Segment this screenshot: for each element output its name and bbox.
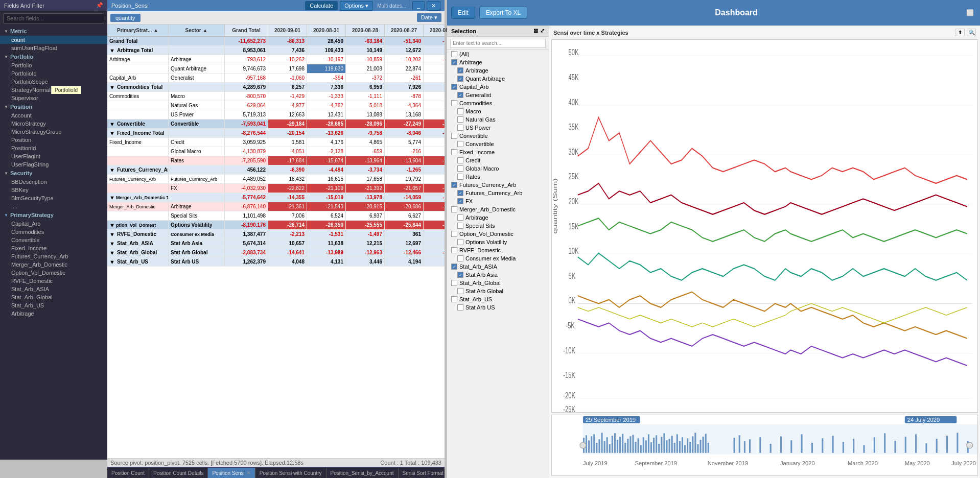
sel-checkbox-stat-arb-global-group[interactable]	[451, 280, 457, 286]
sel-checkbox-quant-arb[interactable]	[457, 76, 463, 82]
sel-item-convertible-group[interactable]: Convertible	[447, 132, 549, 140]
tab-position-count-details[interactable]: Position Count Details	[149, 468, 208, 478]
table-row[interactable]: Merger_Arb_Domestic Arbitrage -6,876,140…	[107, 202, 445, 211]
tab-close-icon[interactable]: ✕	[247, 470, 251, 475]
tree-item-portfolio[interactable]: Portfolio	[0, 61, 107, 69]
tree-item-stat-arb-global[interactable]: Stat_Arb_Global	[0, 293, 107, 301]
table-row[interactable]: Global Macro -4,130,879 -4,051 -2,128 -6…	[107, 147, 445, 156]
primarystrategy-group-header[interactable]: ▼ PrimaryStrategy	[0, 210, 107, 220]
tree-item-bbkey[interactable]: BBKey	[0, 186, 107, 194]
table-row[interactable]: ▼ption_Vol_Domest Options Volatility -8,…	[107, 221, 445, 230]
tree-item-supervisor[interactable]: Supervisor	[0, 94, 107, 102]
selection-expand-icon[interactable]: ⤢	[540, 28, 545, 34]
sel-checkbox-merger-group[interactable]	[451, 206, 457, 212]
table-row[interactable]: Rates -7,205,590 -17,684 -15,674 -13,964…	[107, 156, 445, 165]
sel-item-consumer[interactable]: Consumer ex Media	[447, 254, 549, 262]
table-row[interactable]: US Power 5,719,313 12,663 13,431 13,088 …	[107, 110, 445, 119]
export-to-xl-button[interactable]: Export To XL	[479, 7, 527, 19]
col-header-sector[interactable]: Sector ▲	[169, 25, 225, 36]
sel-checkbox-capital-arb[interactable]	[451, 84, 457, 90]
sel-item-fixed-income-group[interactable]: Fixed_Income	[447, 148, 549, 156]
table-row[interactable]: Arbitrage Arbitrage -793,612 -10,262 -10…	[107, 55, 445, 64]
portfolio-group-header[interactable]: ▼ Portfolio	[0, 52, 107, 61]
metric-button[interactable]: quantity	[110, 14, 141, 22]
sel-checkbox-stat-arb-global[interactable]	[457, 288, 463, 294]
sel-checkbox-convertible[interactable]	[457, 141, 463, 147]
sel-item-capital-arb[interactable]: Capital_Arb	[447, 83, 549, 91]
selection-search-input[interactable]	[450, 39, 546, 47]
dashboard-expand-icon[interactable]: ⬜	[964, 9, 976, 16]
sel-item-stat-arb-asia-group[interactable]: Stat_Arb_ASIA	[447, 262, 549, 271]
sel-item-rvfe-group[interactable]: RVFE_Domestic	[447, 246, 549, 254]
sel-item-credit[interactable]: Credit	[447, 156, 549, 164]
sel-item-quant-arb[interactable]: Quant Arbitrage	[447, 75, 549, 83]
sel-checkbox-options-vol[interactable]	[457, 239, 463, 245]
tree-item-option-vol[interactable]: Option_Vol_Domestic	[0, 269, 107, 277]
sel-checkbox-special-sits[interactable]	[457, 223, 463, 229]
metric-group-header[interactable]: ▼ Metric	[0, 27, 107, 36]
table-row[interactable]: ▼Fixed_Income Total -8,276,544 -20,154 -…	[107, 129, 445, 138]
sel-item-stat-arb-global-group[interactable]: Stat_Arb_Global	[447, 279, 549, 287]
sel-checkbox-futures-group[interactable]	[451, 182, 457, 188]
chart-share-button[interactable]: ⬆	[955, 29, 965, 36]
table-row[interactable]: Quant Arbitrage 9,746,673 17,698 119,630…	[107, 64, 445, 74]
sel-checkbox-fx[interactable]	[457, 198, 463, 204]
sel-item-stat-arb-us[interactable]: Stat Arb US	[447, 303, 549, 312]
tree-item-position[interactable]: Position	[0, 136, 107, 144]
table-row[interactable]: ▼Stat_Arb_US Stat Arb US 1,262,379 4,048…	[107, 257, 445, 267]
sel-checkbox-stat-arb-us-group[interactable]	[451, 296, 457, 302]
tree-item-portfolioid[interactable]: PortfolioId	[0, 69, 107, 78]
sel-item-arbitrage[interactable]: Arbitrage	[447, 66, 549, 75]
tab-position-sensi[interactable]: Position Sensi ✕	[208, 468, 255, 478]
tab-sensi-sort[interactable]: Sensi Sort Format	[399, 468, 445, 478]
sel-checkbox-natural-gas[interactable]	[457, 116, 463, 123]
sel-checkbox-arbitrage[interactable]	[457, 67, 463, 74]
sel-item-futures[interactable]: Futures_Currency_Arb	[447, 189, 549, 197]
sel-item-macro[interactable]: Macro	[447, 107, 549, 115]
position-group-header[interactable]: ▼ Position	[0, 102, 107, 111]
table-row[interactable]: ▼Arbitrage Total 8,953,061 7,436 109,433…	[107, 46, 445, 55]
table-row[interactable]: Fixed_Income Credit 3,059,925 1,581 4,17…	[107, 138, 445, 147]
sel-item-fx[interactable]: FX	[447, 197, 549, 205]
table-row[interactable]: ▼Stat_Arb_ASIA Stat Arb Asia 5,674,314 1…	[107, 239, 445, 248]
tree-item-more[interactable]: ....	[0, 202, 107, 210]
sel-checkbox-convertible-group[interactable]	[451, 133, 457, 139]
sel-checkbox-stat-arb-asia-group[interactable]	[451, 264, 457, 270]
edit-button[interactable]: Edit	[451, 7, 475, 19]
tree-item-capital-arb[interactable]: Capital_Arb	[0, 220, 107, 228]
table-row[interactable]: Special Sits 1,101,498 7,006 6,524 6,937…	[107, 211, 445, 221]
options-button[interactable]: Options ▾	[340, 1, 373, 11]
tree-item-userflagstring[interactable]: UserFlagString	[0, 160, 107, 169]
sel-item-special-sits[interactable]: Special Sits	[447, 222, 549, 230]
sel-item-futures-group[interactable]: Futures_Currency_Arb	[447, 181, 549, 189]
security-group-header[interactable]: ▼ Security	[0, 169, 107, 178]
sel-item-convertible[interactable]: Convertible	[447, 140, 549, 148]
table-row[interactable]: Futures_Currency_Arb Futures_Currency_Ar…	[107, 175, 445, 184]
table-row[interactable]: ▼Stat_Arb_Global Stat Arb Global -2,883,…	[107, 248, 445, 257]
tree-item-fixed-income[interactable]: Fixed_Income	[0, 244, 107, 252]
fields-search-input[interactable]	[3, 13, 104, 23]
sel-item-stat-arb-global[interactable]: Stat Arb Global	[447, 287, 549, 295]
sel-checkbox-rates[interactable]	[457, 174, 463, 180]
table-row[interactable]: ▼Commodities Total 4,289,679 6,257 7,336…	[107, 83, 445, 92]
sel-checkbox-global-macro[interactable]	[457, 165, 463, 172]
tree-item-microstrategy[interactable]: MicroStrategy	[0, 119, 107, 128]
tree-item-blmsecuritytype[interactable]: BlmSecurityType	[0, 194, 107, 202]
table-row[interactable]: ▼RVFE_Domestic Consumer ex Media 1,387,4…	[107, 230, 445, 239]
sel-checkbox-us-power[interactable]	[457, 125, 463, 131]
sel-checkbox-futures[interactable]	[457, 190, 463, 196]
sel-item-us-power[interactable]: US Power	[447, 124, 549, 132]
sel-checkbox-fixed-income-group[interactable]	[451, 149, 457, 155]
tree-item-rvfe[interactable]: RVFE_Domestic	[0, 277, 107, 285]
sel-item-arbitrage-group[interactable]: Arbitrage	[447, 58, 549, 66]
date-button[interactable]: Date ▾	[417, 13, 441, 22]
table-row[interactable]: Grand Total -11,652,273 -86,313 28,450 -…	[107, 37, 445, 46]
sel-item-options-vol[interactable]: Options Volatility	[447, 238, 549, 246]
sel-item-natural-gas[interactable]: Natural Gas	[447, 115, 549, 124]
sel-checkbox-stat-arb-us[interactable]	[457, 304, 463, 310]
minimize-button[interactable]: _	[412, 1, 425, 10]
sel-checkbox-commodities-group[interactable]	[451, 100, 457, 106]
table-row[interactable]: Natural Gas -629,064 -4,977 -4,762 -5,01…	[107, 101, 445, 110]
table-row[interactable]: Capital_Arb Generalist -957,168 -1,060 -…	[107, 74, 445, 83]
calculate-button[interactable]: Calculate	[305, 1, 338, 10]
